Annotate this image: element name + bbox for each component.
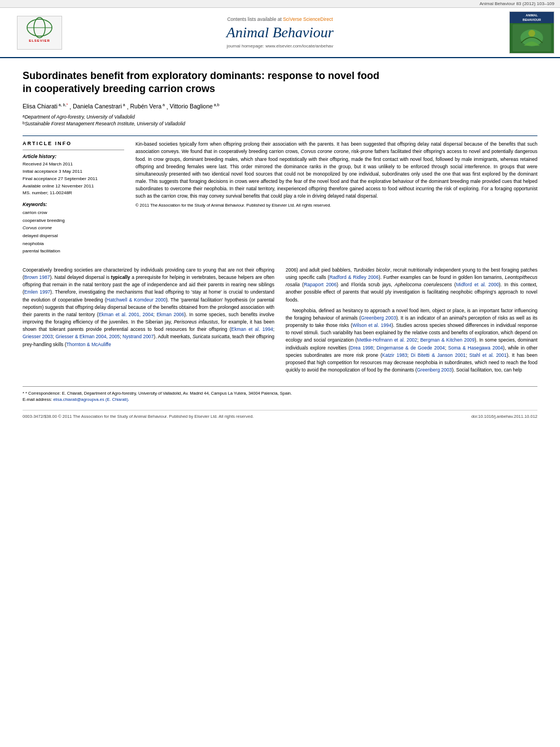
kw-1: carrion crow: [23, 209, 124, 217]
abstract-text: Kin-based societies typically form when …: [135, 141, 537, 200]
date-3: Final acceptance 27 September 2011: [23, 176, 124, 183]
kw-6: parental facilitation: [23, 247, 124, 255]
contents-text: Contents lists available at: [227, 16, 281, 22]
kw-4: delayed dispersal: [23, 232, 124, 240]
keywords-list: carrion crow cooperative breeding Corvus…: [23, 209, 124, 255]
article-title: Subordinates benefit from exploratory do…: [23, 69, 537, 96]
body-para-2: 2006) and adult pied babblers, Turdoides…: [286, 267, 537, 304]
doi-text: doi:10.1016/j.anbehav.2011.10.012: [471, 414, 537, 419]
author-1-name: Elisa Chiarati: [23, 103, 58, 110]
affiliations: a Department of Agro-forestry, Universit…: [23, 114, 537, 126]
journal-header: ELSEVIER Contents lists available at Sci…: [0, 8, 560, 58]
footnote-area: * * Correspondence: E. Chiarati, Departm…: [23, 386, 537, 403]
article-container: Subordinates benefit from exploratory do…: [0, 58, 560, 430]
journal-bar: Animal Behaviour 83 (2012) 103–109: [0, 0, 560, 8]
body-para-3: Neophobia, defined as hesitancy to appro…: [286, 307, 537, 374]
date-1: Received 24 March 2011: [23, 161, 124, 168]
svg-point-11: [528, 30, 535, 37]
svg-text:ELSEVIER: ELSEVIER: [29, 39, 50, 42]
info-divider: [23, 150, 124, 150]
keywords-title: Keywords:: [23, 202, 124, 207]
journal-citation: Animal Behaviour 83 (2012) 103–109: [479, 1, 554, 6]
authors-line: Elisa Chiarati a, b,* , Daniela Canestra…: [23, 103, 537, 110]
copyright-bottom: 0003-3472/$38.00 © 2011 The Association …: [23, 414, 253, 419]
article-info-abstract: ARTICLE INFO Article history: Received 2…: [23, 141, 537, 255]
affil-1-text: Department of Agro-forestry, University …: [25, 114, 135, 120]
header-right: ANIMAL BEHAVIOUR: [487, 11, 554, 54]
svg-text:BEHAVIOUR: BEHAVIOUR: [523, 18, 541, 21]
footnote-star: * * Correspondence: E. Chiarati, Departm…: [23, 390, 537, 396]
author-3-name: Rubén Vera: [130, 103, 161, 110]
author-1: Elisa Chiarati a, b,*: [23, 103, 69, 110]
footnote-email: E-mail address: elisa.chiarati@agroupva.…: [23, 396, 537, 403]
journal-homepage: journal homepage: www.elsevier.com/locat…: [85, 43, 475, 49]
body-col-1: Cooperatively breeding societies are cha…: [23, 267, 274, 377]
journal-cover-image: ANIMAL BEHAVIOUR: [509, 11, 554, 54]
email-label: E-mail address:: [23, 397, 52, 402]
svg-text:ANIMAL: ANIMAL: [526, 14, 538, 17]
kw-5: neophobia: [23, 240, 124, 248]
elsevier-logo-img: ELSEVIER: [17, 16, 62, 50]
article-dates: Received 24 March 2011 Initial acceptanc…: [23, 161, 124, 197]
body-columns: Cooperatively breeding societies are cha…: [23, 267, 537, 377]
date-2: Initial acceptance 3 May 2011: [23, 168, 124, 176]
author-4: Vittorio Baglione a,b: [170, 103, 220, 110]
article-info-title: ARTICLE INFO: [23, 141, 124, 146]
kw-2: cooperative breeding: [23, 217, 124, 225]
body-col-2: 2006) and adult pied babblers, Turdoides…: [286, 267, 537, 377]
date-4: Available online 12 November 2011: [23, 183, 124, 190]
ms-number: MS. number; 11-00248R: [23, 190, 124, 197]
author-3-super: a: [161, 103, 165, 107]
affil-2-text: Sustainable Forest Management Research I…: [25, 121, 185, 126]
kw-3: Corvus corone: [23, 224, 124, 232]
author-3: Rubén Vera a: [130, 103, 167, 110]
author-4-super: a,b: [213, 103, 220, 107]
article-info-col: ARTICLE INFO Article history: Received 2…: [23, 141, 124, 255]
author-2-super: a: [122, 103, 125, 107]
body-para-1: Cooperatively breeding societies are cha…: [23, 267, 274, 348]
header-divider: [23, 136, 537, 136]
affil-1: a Department of Agro-forestry, Universit…: [23, 114, 537, 120]
sciverse-link[interactable]: SciVerse ScienceDirect: [283, 16, 333, 22]
author-2: Daniela Canestrari a: [73, 103, 127, 110]
header-left: ELSEVIER: [6, 16, 73, 50]
author-1-star: *: [66, 103, 68, 107]
abstract-copyright: © 2011 The Association for the Study of …: [135, 203, 537, 208]
footnote-text: * Correspondence: E. Chiarati, Departmen…: [25, 391, 292, 396]
author-1-super: a, b,: [58, 103, 67, 107]
history-title: Article history:: [23, 154, 124, 159]
bottom-bar: 0003-3472/$38.00 © 2011 The Association …: [23, 410, 537, 419]
author-4-name: Vittorio Baglione: [170, 103, 213, 110]
sciverse-line: Contents lists available at SciVerse Sci…: [85, 16, 475, 22]
body-text: Cooperatively breeding societies are cha…: [23, 267, 537, 419]
svg-rect-0: [18, 16, 62, 49]
affil-2: b Sustainable Forest Management Research…: [23, 121, 537, 126]
header-center: Contents lists available at SciVerse Sci…: [73, 16, 487, 49]
journal-title: Animal Behaviour: [85, 24, 475, 41]
author-2-name: Daniela Canestrari: [73, 103, 122, 110]
email-address: elisa.chiarati@agroupva.es (E. Chiarati)…: [53, 397, 129, 402]
abstract-col: Kin-based societies typically form when …: [135, 141, 537, 255]
